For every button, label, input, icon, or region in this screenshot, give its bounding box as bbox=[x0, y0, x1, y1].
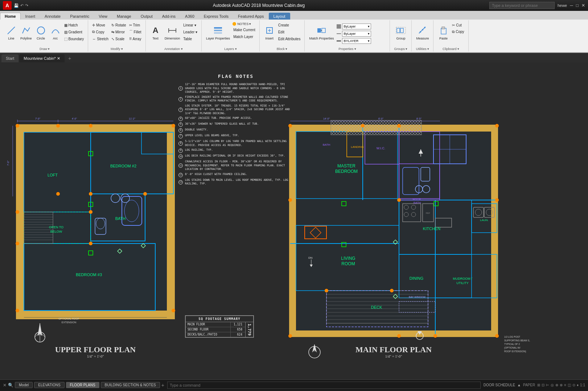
lineweight-icon[interactable]: ≡ bbox=[564, 383, 566, 387]
trim-button[interactable]: ✂Trim bbox=[128, 22, 143, 28]
add-layout-tab[interactable]: + bbox=[161, 382, 164, 388]
close-layout-icon[interactable]: ✕ bbox=[3, 383, 7, 388]
line-button[interactable]: Line bbox=[4, 22, 18, 43]
layout-tab-floor-plans[interactable]: FLOOR PLANS bbox=[66, 382, 99, 388]
group-button[interactable]: Group bbox=[394, 22, 408, 43]
svg-text:BAY WINDOW: BAY WINDOW bbox=[409, 296, 425, 298]
arc-button[interactable]: Arc bbox=[49, 22, 62, 43]
tab-featured[interactable]: Featured Apps bbox=[233, 13, 269, 20]
svg-text:MUDROOM /: MUDROOM / bbox=[453, 277, 472, 280]
stretch-button[interactable]: ↔Stretch bbox=[91, 36, 110, 42]
title-right: hewe ─ □ ✕ bbox=[489, 2, 585, 9]
lineweight-dropdown[interactable]: BYLAYER▾ bbox=[342, 38, 371, 44]
ribbon-group-utilities: Measure Utilities ▾ bbox=[412, 20, 433, 51]
drawing-canvas[interactable]: LOFT BEDROOM #2 BATH BEDROOM #3 OPEN TO … bbox=[0, 62, 588, 379]
object-snap-icon[interactable]: ⊕ bbox=[555, 383, 558, 387]
tab-insert[interactable]: Insert bbox=[21, 13, 40, 20]
svg-point-190 bbox=[288, 334, 292, 338]
tab-manage[interactable]: Manage bbox=[112, 13, 136, 20]
object-track-icon[interactable]: ⊗ bbox=[560, 383, 563, 387]
copy-button[interactable]: ⧉Copy bbox=[91, 29, 110, 35]
make-current-button[interactable]: Make Current bbox=[232, 26, 256, 33]
selection-cycle-icon[interactable]: ⊙ bbox=[572, 383, 575, 387]
quick-access-redo[interactable]: ↷ bbox=[25, 3, 28, 8]
circle-button[interactable]: Circle bbox=[34, 22, 48, 43]
scroll-up-icon[interactable]: ▲ bbox=[517, 383, 521, 387]
mirror-button[interactable]: ⇆Mirror bbox=[110, 29, 127, 35]
polyline-button[interactable]: Polyline bbox=[19, 22, 33, 43]
hatch-icon: ▦ bbox=[64, 23, 67, 27]
annotation-monitor-icon[interactable]: ♦ bbox=[577, 383, 579, 387]
add-doc-tab[interactable]: + bbox=[65, 54, 74, 62]
maximize-btn[interactable]: □ bbox=[576, 3, 579, 8]
transparency-icon[interactable]: ◫ bbox=[568, 383, 571, 387]
tab-express[interactable]: Express Tools bbox=[199, 13, 233, 20]
close-btn[interactable]: ✕ bbox=[581, 3, 585, 8]
tab-addins[interactable]: Add-ins bbox=[157, 13, 180, 20]
units-icon[interactable]: 1:1 bbox=[580, 383, 585, 387]
command-input[interactable] bbox=[167, 382, 481, 389]
tab-view[interactable]: View bbox=[94, 13, 112, 20]
tab-a360[interactable]: A360 bbox=[180, 13, 199, 20]
snap-icon[interactable]: ⊞ bbox=[537, 383, 540, 387]
rotate-button[interactable]: ↻Rotate bbox=[110, 22, 127, 28]
doc-tab-start[interactable]: Start bbox=[1, 54, 18, 62]
edit-button[interactable]: Edit bbox=[277, 29, 302, 35]
grid-icon[interactable]: ⊡ bbox=[542, 383, 544, 387]
quick-access-save[interactable]: 💾 bbox=[14, 3, 19, 8]
modify-col2: ↻Rotate ⇆Mirror ⤡Scale bbox=[110, 22, 127, 42]
svg-text:UTILITY: UTILITY bbox=[456, 281, 469, 285]
hatch-button[interactable]: ▦Hatch bbox=[63, 22, 85, 28]
edit-attributes-button[interactable]: Edit Attributes bbox=[277, 36, 302, 42]
layout-tab-elevations[interactable]: ELEVATIONS bbox=[34, 382, 64, 388]
boundary-button[interactable]: ⬚Boundary bbox=[63, 36, 85, 42]
sq-row-main: MAIN FLOOR 1,121 bbox=[186, 322, 245, 327]
layer-properties-button[interactable]: Layer Properties bbox=[205, 22, 231, 43]
layout-tab-building-section[interactable]: BUILDING SECTION & NOTES bbox=[101, 382, 160, 388]
insert-icon bbox=[264, 25, 275, 36]
text-button[interactable]: A Text bbox=[149, 22, 163, 43]
svg-text:DECK: DECK bbox=[371, 305, 382, 309]
scale-button[interactable]: ⤡Scale bbox=[110, 36, 127, 42]
linetype-dropdown[interactable]: ByLayer▾ bbox=[342, 31, 371, 37]
table-button[interactable]: Table bbox=[182, 36, 198, 42]
cut-button[interactable]: ✂ Cut bbox=[451, 22, 465, 28]
search-input[interactable] bbox=[489, 2, 555, 9]
doc-tab-mountview[interactable]: Mountview Cabin* ✕ bbox=[19, 54, 65, 62]
tab-output[interactable]: Output bbox=[136, 13, 157, 20]
dimension-button[interactable]: Dimension bbox=[163, 22, 182, 43]
svg-rect-40 bbox=[17, 311, 173, 317]
measure-button[interactable]: Measure bbox=[415, 22, 430, 43]
svg-text:BEDROOM #2: BEDROOM #2 bbox=[110, 164, 136, 168]
create-button[interactable]: Create bbox=[277, 22, 302, 28]
app-logo[interactable]: A bbox=[3, 1, 12, 10]
move-button[interactable]: ✛Move bbox=[91, 22, 110, 28]
tab-parametric[interactable]: Parametric bbox=[65, 13, 94, 20]
leader-button[interactable]: Leader ▾ bbox=[182, 29, 198, 35]
ortho-icon[interactable]: ⊢ bbox=[546, 383, 549, 387]
color-dropdown[interactable]: ByLayer▾ bbox=[342, 24, 371, 29]
minimize-btn[interactable]: ─ bbox=[570, 3, 573, 8]
svg-rect-13 bbox=[322, 28, 325, 33]
layers-label: Layers ▾ bbox=[224, 47, 237, 51]
tab-home[interactable]: Home bbox=[0, 13, 21, 20]
match-layer-button[interactable]: Match Layer bbox=[232, 33, 256, 40]
tab-annotate[interactable]: Annotate bbox=[40, 13, 65, 20]
block-label: Block ▾ bbox=[277, 47, 288, 51]
svg-text:ROOF EXTENSION): ROOF EXTENSION) bbox=[504, 350, 526, 353]
paste-button[interactable]: Paste bbox=[436, 22, 450, 43]
tab-layout[interactable]: Layout bbox=[269, 13, 290, 20]
layout-tab-model[interactable]: Model bbox=[15, 382, 33, 388]
match-properties-button[interactable]: Match Properties bbox=[308, 22, 335, 43]
quick-access-undo[interactable]: ↶ bbox=[20, 3, 24, 8]
zoom-layout-icon[interactable]: 🔍 bbox=[8, 383, 13, 388]
array-button[interactable]: ⠿Array bbox=[128, 36, 143, 42]
fillet-button[interactable]: ⌒Fillet bbox=[128, 29, 143, 35]
svg-point-196 bbox=[325, 289, 328, 292]
flag-notes-title: FLAG NOTES bbox=[178, 73, 294, 80]
polar-icon[interactable]: ◎ bbox=[551, 383, 554, 387]
copy-clipboard-button[interactable]: ⧉ Copy bbox=[451, 29, 465, 35]
linear-button[interactable]: Linear ▾ bbox=[182, 22, 198, 28]
gradient-button[interactable]: ▨Gradient bbox=[63, 29, 85, 35]
insert-button[interactable]: Insert bbox=[263, 22, 276, 43]
